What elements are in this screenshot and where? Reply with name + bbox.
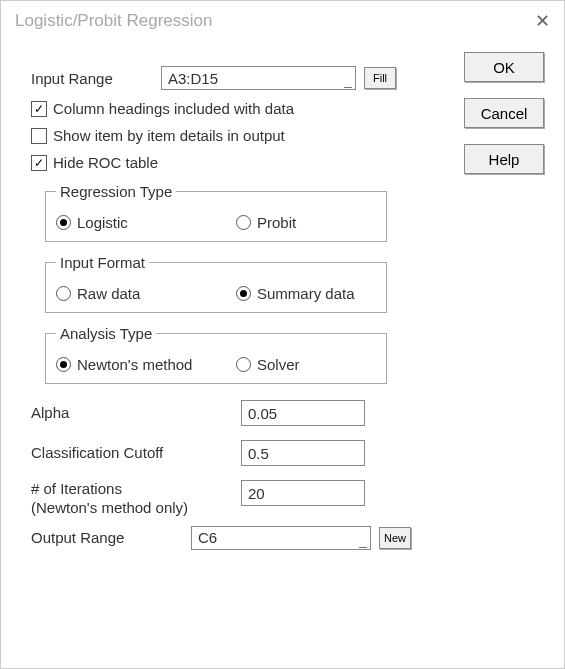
iterations-field[interactable]: [241, 480, 365, 506]
solver-radio[interactable]: [236, 357, 251, 372]
summary-data-radio[interactable]: [236, 286, 251, 301]
regression-type-legend: Regression Type: [56, 183, 176, 200]
iterations-label: # of Iterations (Newton's method only): [31, 480, 241, 518]
details-label: Show item by item details in output: [53, 127, 285, 144]
title-bar: Logistic/Probit Regression ✕: [1, 1, 564, 41]
summary-data-radio-wrap[interactable]: Summary data: [236, 285, 376, 302]
newton-label: Newton's method: [77, 356, 192, 373]
close-icon[interactable]: ✕: [520, 10, 550, 32]
input-format-legend: Input Format: [56, 254, 149, 271]
raw-data-radio[interactable]: [56, 286, 71, 301]
probit-radio-wrap[interactable]: Probit: [236, 214, 376, 231]
alpha-label: Alpha: [31, 404, 241, 423]
output-range-wrap: _: [191, 526, 371, 550]
solver-radio-wrap[interactable]: Solver: [236, 356, 376, 373]
cutoff-row: Classification Cutoff: [31, 440, 536, 466]
ok-button[interactable]: OK: [464, 52, 544, 82]
analysis-type-legend: Analysis Type: [56, 325, 156, 342]
dialog-title: Logistic/Probit Regression: [15, 11, 212, 31]
regression-type-group: Regression Type Logistic Probit: [45, 183, 387, 242]
new-button[interactable]: New: [379, 527, 411, 549]
details-checkbox[interactable]: [31, 128, 47, 144]
logistic-label: Logistic: [77, 214, 128, 231]
range-picker-icon[interactable]: _: [344, 74, 352, 88]
headings-label: Column headings included with data: [53, 100, 294, 117]
input-range-field[interactable]: [161, 66, 356, 90]
headings-checkbox[interactable]: ✓: [31, 101, 47, 117]
dialog-body: OK Cancel Help Input Range _ Fill ✓ Colu…: [1, 46, 564, 658]
output-range-field[interactable]: [191, 526, 371, 550]
analysis-type-group: Analysis Type Newton's method Solver: [45, 325, 387, 384]
cutoff-field[interactable]: [241, 440, 365, 466]
hide-roc-label: Hide ROC table: [53, 154, 158, 171]
probit-radio[interactable]: [236, 215, 251, 230]
newton-radio[interactable]: [56, 357, 71, 372]
side-button-column: OK Cancel Help: [464, 52, 544, 174]
input-range-wrap: _: [161, 66, 356, 90]
logistic-radio[interactable]: [56, 215, 71, 230]
logistic-radio-wrap[interactable]: Logistic: [56, 214, 196, 231]
raw-data-radio-wrap[interactable]: Raw data: [56, 285, 196, 302]
raw-data-label: Raw data: [77, 285, 140, 302]
cutoff-label: Classification Cutoff: [31, 444, 241, 463]
probit-label: Probit: [257, 214, 296, 231]
alpha-row: Alpha: [31, 400, 536, 426]
iterations-row: # of Iterations (Newton's method only): [31, 480, 536, 518]
hide-roc-checkbox[interactable]: ✓: [31, 155, 47, 171]
cancel-button[interactable]: Cancel: [464, 98, 544, 128]
input-range-label: Input Range: [31, 70, 161, 87]
alpha-field[interactable]: [241, 400, 365, 426]
summary-data-label: Summary data: [257, 285, 355, 302]
solver-label: Solver: [257, 356, 300, 373]
help-button[interactable]: Help: [464, 144, 544, 174]
input-format-group: Input Format Raw data Summary data: [45, 254, 387, 313]
output-range-label: Output Range: [31, 529, 191, 546]
output-range-picker-icon[interactable]: _: [359, 534, 367, 548]
fill-button[interactable]: Fill: [364, 67, 396, 89]
output-range-row: Output Range _ New: [31, 526, 544, 550]
dialog-window: Logistic/Probit Regression ✕ OK Cancel H…: [0, 0, 565, 669]
newton-radio-wrap[interactable]: Newton's method: [56, 356, 196, 373]
